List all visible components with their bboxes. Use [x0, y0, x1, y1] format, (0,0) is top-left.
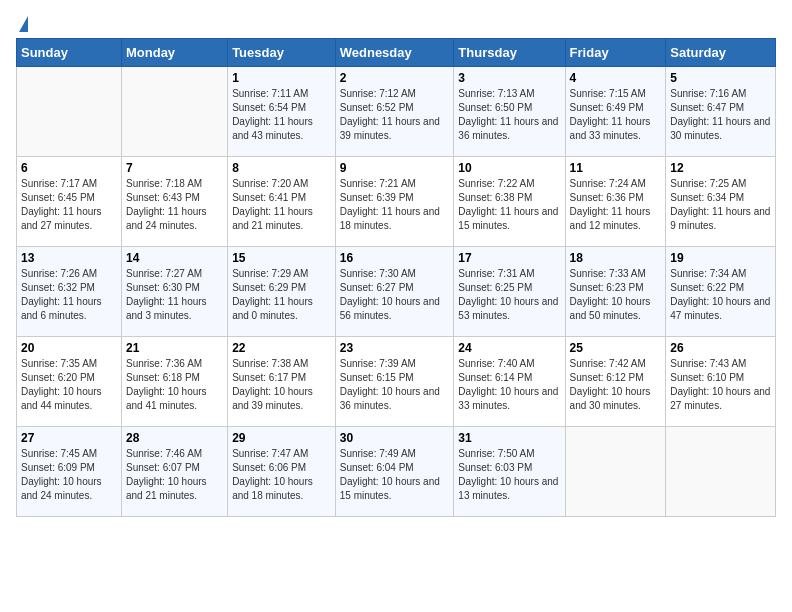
- calendar-cell: 6Sunrise: 7:17 AM Sunset: 6:45 PM Daylig…: [17, 157, 122, 247]
- day-number: 29: [232, 431, 331, 445]
- day-number: 13: [21, 251, 117, 265]
- day-info: Sunrise: 7:26 AM Sunset: 6:32 PM Dayligh…: [21, 267, 117, 323]
- calendar-cell: 19Sunrise: 7:34 AM Sunset: 6:22 PM Dayli…: [666, 247, 776, 337]
- day-number: 6: [21, 161, 117, 175]
- day-info: Sunrise: 7:15 AM Sunset: 6:49 PM Dayligh…: [570, 87, 662, 143]
- calendar-cell: 15Sunrise: 7:29 AM Sunset: 6:29 PM Dayli…: [228, 247, 336, 337]
- calendar-week-row: 20Sunrise: 7:35 AM Sunset: 6:20 PM Dayli…: [17, 337, 776, 427]
- calendar-cell: 12Sunrise: 7:25 AM Sunset: 6:34 PM Dayli…: [666, 157, 776, 247]
- day-info: Sunrise: 7:36 AM Sunset: 6:18 PM Dayligh…: [126, 357, 223, 413]
- day-info: Sunrise: 7:40 AM Sunset: 6:14 PM Dayligh…: [458, 357, 560, 413]
- calendar-week-row: 27Sunrise: 7:45 AM Sunset: 6:09 PM Dayli…: [17, 427, 776, 517]
- calendar-cell: 21Sunrise: 7:36 AM Sunset: 6:18 PM Dayli…: [121, 337, 227, 427]
- calendar-cell: 5Sunrise: 7:16 AM Sunset: 6:47 PM Daylig…: [666, 67, 776, 157]
- day-number: 17: [458, 251, 560, 265]
- day-number: 28: [126, 431, 223, 445]
- day-info: Sunrise: 7:46 AM Sunset: 6:07 PM Dayligh…: [126, 447, 223, 503]
- day-info: Sunrise: 7:25 AM Sunset: 6:34 PM Dayligh…: [670, 177, 771, 233]
- day-info: Sunrise: 7:17 AM Sunset: 6:45 PM Dayligh…: [21, 177, 117, 233]
- logo-triangle-icon: [19, 16, 28, 32]
- calendar-cell: 2Sunrise: 7:12 AM Sunset: 6:52 PM Daylig…: [335, 67, 454, 157]
- column-header-saturday: Saturday: [666, 39, 776, 67]
- calendar-cell: 20Sunrise: 7:35 AM Sunset: 6:20 PM Dayli…: [17, 337, 122, 427]
- day-number: 10: [458, 161, 560, 175]
- day-number: 3: [458, 71, 560, 85]
- calendar-cell: 18Sunrise: 7:33 AM Sunset: 6:23 PM Dayli…: [565, 247, 666, 337]
- day-info: Sunrise: 7:13 AM Sunset: 6:50 PM Dayligh…: [458, 87, 560, 143]
- day-number: 2: [340, 71, 450, 85]
- logo: [16, 16, 28, 30]
- calendar-cell: 27Sunrise: 7:45 AM Sunset: 6:09 PM Dayli…: [17, 427, 122, 517]
- column-header-monday: Monday: [121, 39, 227, 67]
- calendar-cell: 26Sunrise: 7:43 AM Sunset: 6:10 PM Dayli…: [666, 337, 776, 427]
- column-header-friday: Friday: [565, 39, 666, 67]
- calendar-cell: 24Sunrise: 7:40 AM Sunset: 6:14 PM Dayli…: [454, 337, 565, 427]
- day-info: Sunrise: 7:42 AM Sunset: 6:12 PM Dayligh…: [570, 357, 662, 413]
- day-number: 5: [670, 71, 771, 85]
- calendar-cell: 3Sunrise: 7:13 AM Sunset: 6:50 PM Daylig…: [454, 67, 565, 157]
- day-info: Sunrise: 7:50 AM Sunset: 6:03 PM Dayligh…: [458, 447, 560, 503]
- day-info: Sunrise: 7:33 AM Sunset: 6:23 PM Dayligh…: [570, 267, 662, 323]
- day-info: Sunrise: 7:31 AM Sunset: 6:25 PM Dayligh…: [458, 267, 560, 323]
- calendar-cell: 13Sunrise: 7:26 AM Sunset: 6:32 PM Dayli…: [17, 247, 122, 337]
- day-number: 18: [570, 251, 662, 265]
- calendar-cell: 9Sunrise: 7:21 AM Sunset: 6:39 PM Daylig…: [335, 157, 454, 247]
- calendar-cell: [121, 67, 227, 157]
- day-info: Sunrise: 7:16 AM Sunset: 6:47 PM Dayligh…: [670, 87, 771, 143]
- calendar-cell: 28Sunrise: 7:46 AM Sunset: 6:07 PM Dayli…: [121, 427, 227, 517]
- calendar-cell: 31Sunrise: 7:50 AM Sunset: 6:03 PM Dayli…: [454, 427, 565, 517]
- day-number: 20: [21, 341, 117, 355]
- column-header-sunday: Sunday: [17, 39, 122, 67]
- calendar-cell: 14Sunrise: 7:27 AM Sunset: 6:30 PM Dayli…: [121, 247, 227, 337]
- day-number: 9: [340, 161, 450, 175]
- day-number: 8: [232, 161, 331, 175]
- calendar-cell: 1Sunrise: 7:11 AM Sunset: 6:54 PM Daylig…: [228, 67, 336, 157]
- day-info: Sunrise: 7:39 AM Sunset: 6:15 PM Dayligh…: [340, 357, 450, 413]
- day-number: 7: [126, 161, 223, 175]
- day-number: 26: [670, 341, 771, 355]
- day-number: 11: [570, 161, 662, 175]
- day-number: 14: [126, 251, 223, 265]
- day-number: 4: [570, 71, 662, 85]
- day-info: Sunrise: 7:43 AM Sunset: 6:10 PM Dayligh…: [670, 357, 771, 413]
- day-number: 21: [126, 341, 223, 355]
- calendar-cell: 29Sunrise: 7:47 AM Sunset: 6:06 PM Dayli…: [228, 427, 336, 517]
- page-header: [16, 16, 776, 30]
- day-info: Sunrise: 7:49 AM Sunset: 6:04 PM Dayligh…: [340, 447, 450, 503]
- calendar-cell: 16Sunrise: 7:30 AM Sunset: 6:27 PM Dayli…: [335, 247, 454, 337]
- calendar-week-row: 1Sunrise: 7:11 AM Sunset: 6:54 PM Daylig…: [17, 67, 776, 157]
- day-number: 25: [570, 341, 662, 355]
- calendar-cell: 22Sunrise: 7:38 AM Sunset: 6:17 PM Dayli…: [228, 337, 336, 427]
- day-info: Sunrise: 7:38 AM Sunset: 6:17 PM Dayligh…: [232, 357, 331, 413]
- day-number: 30: [340, 431, 450, 445]
- calendar-cell: 7Sunrise: 7:18 AM Sunset: 6:43 PM Daylig…: [121, 157, 227, 247]
- calendar-cell: 25Sunrise: 7:42 AM Sunset: 6:12 PM Dayli…: [565, 337, 666, 427]
- day-info: Sunrise: 7:12 AM Sunset: 6:52 PM Dayligh…: [340, 87, 450, 143]
- calendar-cell: 11Sunrise: 7:24 AM Sunset: 6:36 PM Dayli…: [565, 157, 666, 247]
- day-info: Sunrise: 7:34 AM Sunset: 6:22 PM Dayligh…: [670, 267, 771, 323]
- day-number: 23: [340, 341, 450, 355]
- day-info: Sunrise: 7:11 AM Sunset: 6:54 PM Dayligh…: [232, 87, 331, 143]
- calendar-week-row: 13Sunrise: 7:26 AM Sunset: 6:32 PM Dayli…: [17, 247, 776, 337]
- calendar-cell: [565, 427, 666, 517]
- column-header-tuesday: Tuesday: [228, 39, 336, 67]
- day-info: Sunrise: 7:29 AM Sunset: 6:29 PM Dayligh…: [232, 267, 331, 323]
- day-info: Sunrise: 7:30 AM Sunset: 6:27 PM Dayligh…: [340, 267, 450, 323]
- day-number: 15: [232, 251, 331, 265]
- day-number: 24: [458, 341, 560, 355]
- day-info: Sunrise: 7:45 AM Sunset: 6:09 PM Dayligh…: [21, 447, 117, 503]
- calendar-cell: 23Sunrise: 7:39 AM Sunset: 6:15 PM Dayli…: [335, 337, 454, 427]
- day-number: 19: [670, 251, 771, 265]
- calendar-cell: 17Sunrise: 7:31 AM Sunset: 6:25 PM Dayli…: [454, 247, 565, 337]
- day-info: Sunrise: 7:18 AM Sunset: 6:43 PM Dayligh…: [126, 177, 223, 233]
- day-number: 1: [232, 71, 331, 85]
- calendar-table: SundayMondayTuesdayWednesdayThursdayFrid…: [16, 38, 776, 517]
- column-header-thursday: Thursday: [454, 39, 565, 67]
- calendar-cell: 4Sunrise: 7:15 AM Sunset: 6:49 PM Daylig…: [565, 67, 666, 157]
- day-number: 27: [21, 431, 117, 445]
- day-info: Sunrise: 7:35 AM Sunset: 6:20 PM Dayligh…: [21, 357, 117, 413]
- day-info: Sunrise: 7:24 AM Sunset: 6:36 PM Dayligh…: [570, 177, 662, 233]
- day-info: Sunrise: 7:21 AM Sunset: 6:39 PM Dayligh…: [340, 177, 450, 233]
- day-info: Sunrise: 7:27 AM Sunset: 6:30 PM Dayligh…: [126, 267, 223, 323]
- calendar-header-row: SundayMondayTuesdayWednesdayThursdayFrid…: [17, 39, 776, 67]
